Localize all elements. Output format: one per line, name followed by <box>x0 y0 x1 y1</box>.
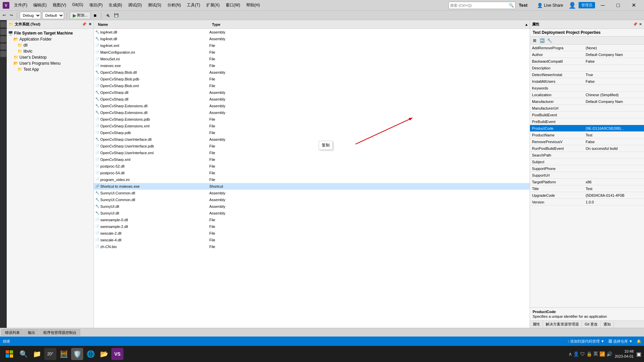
file-row[interactable]: 📄OpenCvSharp.Blob.pdbFile <box>94 76 530 82</box>
props-footer-tab-0[interactable]: 属性 <box>530 321 543 328</box>
property-row[interactable]: AuthorDefault Company Nam <box>530 51 644 58</box>
sidebar-icon-5[interactable] <box>0 51 6 57</box>
sidebar-icon-2[interactable] <box>0 29 6 35</box>
file-row[interactable]: 🔗Shortcut to msiexec.exeShortcut <box>94 183 530 190</box>
property-row[interactable]: DetectNewerInstalTrue <box>530 71 644 78</box>
platform-select[interactable]: Default <box>42 12 64 19</box>
start-button[interactable] <box>3 347 16 361</box>
property-row[interactable]: ManufacturerDefault Company Nam <box>530 98 644 105</box>
stop-button[interactable]: ⏹ <box>92 13 98 18</box>
property-row[interactable]: TitleTest <box>530 185 644 192</box>
property-row[interactable]: RemovePreviousVFalse <box>530 138 644 145</box>
tray-vpn[interactable]: 🔒 <box>586 351 592 357</box>
property-row[interactable]: ProductNameTest <box>530 132 644 138</box>
file-row[interactable]: 🔧OpenCvSharp.UserInterface.dllAssembly <box>94 136 530 143</box>
repo-select-btn[interactable]: ☰ 选择仓库 ▼ <box>608 339 633 344</box>
tree-node-desktop[interactable]: 📁 User's Desktop <box>12 54 94 60</box>
search-input[interactable] <box>450 3 509 7</box>
admin-button[interactable]: 管理员 <box>579 2 595 8</box>
taskbar-files[interactable]: 📁 <box>31 348 43 360</box>
menu-item-5[interactable]: 生成(B) <box>106 2 125 9</box>
property-row[interactable]: SupportUrl <box>530 172 644 179</box>
file-row[interactable]: 🔧OpenCvSharp.Blob.dllAssembly <box>94 69 530 76</box>
menu-item-2[interactable]: 视图(V) <box>50 2 69 9</box>
sidebar-icon-4[interactable] <box>0 44 6 50</box>
property-row[interactable]: TargetPlatformx86 <box>530 179 644 185</box>
props-footer-tab-1[interactable]: 解决方案资源管理器 <box>543 321 582 328</box>
property-row[interactable]: LocalizationChinese (Simplified) <box>530 92 644 98</box>
tray-shield[interactable]: 🛡 <box>580 351 585 357</box>
property-row[interactable]: SupportPhone <box>530 165 644 172</box>
property-row[interactable]: UpgradeCode{5D834C8A-0141-4F0B <box>530 192 644 199</box>
file-row[interactable]: 📄program_video.iniFile <box>94 176 530 183</box>
file-row[interactable]: 🔧SunnyUI.dllAssembly <box>94 203 530 210</box>
props-tb-sort[interactable]: 🔤 <box>539 37 545 44</box>
property-row[interactable]: InstallAllUsersFalse <box>530 78 644 85</box>
property-row[interactable]: BackwardCompatilFalse <box>530 58 644 65</box>
props-tb-grid[interactable]: ⊞ <box>531 37 538 44</box>
filelist-scroll-up[interactable]: ▲ <box>525 22 528 26</box>
file-row[interactable]: 📄swscale-2.dllFile <box>94 230 530 237</box>
menu-item-4[interactable]: 项目(P) <box>87 2 105 9</box>
tree-node-appfolder[interactable]: 📂 Application Folder <box>12 36 94 42</box>
menu-item-10[interactable]: 扩展(X) <box>204 2 222 9</box>
file-row[interactable]: 📄MainConfiguration.iniFile <box>94 49 530 56</box>
file-row[interactable]: 🔧log4net.dllAssembly <box>94 36 530 42</box>
tree-node-testapp[interactable]: 📁 Test App <box>16 66 94 72</box>
property-row[interactable]: Keywords <box>530 85 644 92</box>
attach-button[interactable]: ▶ 附加... <box>70 12 91 19</box>
property-row[interactable]: Version1.0.0 <box>530 199 644 205</box>
ext-button[interactable]: 🔌 <box>104 12 111 18</box>
menu-item-12[interactable]: 帮助(H) <box>244 2 263 9</box>
file-row[interactable]: 🔧OpenCvSharp.dllAssembly <box>94 96 530 103</box>
props-close-icon[interactable]: ✕ <box>639 22 642 26</box>
taskbar-vs[interactable]: VS <box>111 348 123 360</box>
menu-item-8[interactable]: 分析(N) <box>165 2 184 9</box>
taskbar-calc[interactable]: 🧮 <box>58 348 70 360</box>
file-row[interactable]: 🔧SunnyUI.dllAssembly <box>94 210 530 217</box>
file-row[interactable]: 🔧log4net.dllAssembly <box>94 29 530 36</box>
taskbar-clock[interactable]: 10:48 2023-04-01 <box>615 349 634 359</box>
taskbar-temp[interactable]: 20° <box>44 348 56 360</box>
fs-pin-icon[interactable]: 📌 <box>82 22 87 26</box>
file-row[interactable]: 📄log4net.xmlFile <box>94 42 530 49</box>
file-row[interactable]: 📄OpenCvSharp.pdbFile <box>94 129 530 136</box>
file-row[interactable]: 🔧SunnyUI.Common.dllAssembly <box>94 196 530 203</box>
props-footer-tab-2[interactable]: Git 更改 <box>582 321 601 328</box>
props-pin-icon[interactable]: 📌 <box>633 22 638 26</box>
property-row[interactable]: ManufacturerUrl <box>530 105 644 112</box>
menu-item-11[interactable]: 窗口(W) <box>223 2 243 9</box>
tree-node-libvlc[interactable]: 📁 libvlc <box>16 48 94 54</box>
file-row[interactable]: 📄OpenCvSharp.UserInterface.xmlFile <box>94 149 530 156</box>
tray-sound[interactable]: 🔊 <box>606 351 612 357</box>
file-row[interactable]: 📄OpenCvSharp.Blob.xmlFile <box>94 82 530 89</box>
maximize-button[interactable]: □ <box>610 0 626 11</box>
tray-wifi[interactable]: 📶 <box>599 351 605 357</box>
tree-root[interactable]: 🖥️ File System on Target Machine <box>7 30 94 36</box>
menu-item-1[interactable]: 编辑(E) <box>31 2 49 9</box>
property-row[interactable]: PreBuildEvent <box>530 118 644 125</box>
file-row[interactable]: 📄OpenCvSharp.UserInterface.pdbFile <box>94 143 530 149</box>
property-row[interactable]: AddRemoveProgra(None) <box>530 45 644 51</box>
menu-item-3[interactable]: Git(G) <box>69 2 86 9</box>
taskbar-chrome[interactable]: 🌐 <box>85 348 97 360</box>
taskbar-shield[interactable]: 🛡️ <box>71 348 83 360</box>
file-row[interactable]: 📄postproc-52.dllFile <box>94 163 530 170</box>
undo-button[interactable]: ↩ <box>1 12 7 18</box>
file-row[interactable]: 📄swresample-2.dllFile <box>94 223 530 230</box>
props-tb-wrench[interactable]: 🔧 <box>546 37 553 44</box>
tray-avatar[interactable]: 👤 <box>573 351 579 357</box>
save-all-button[interactable]: 💾 <box>113 12 120 18</box>
file-row[interactable]: 📄swscale-4.dllFile <box>94 237 530 243</box>
file-row[interactable]: 🔧OpenCvSharp.Extensions.dllAssembly <box>94 109 530 116</box>
file-row[interactable]: 📄MenuSet.iniFile <box>94 56 530 62</box>
tree-node-programs[interactable]: 📂 User's Programs Menu <box>12 60 94 66</box>
property-row[interactable]: Subject <box>530 159 644 165</box>
file-row[interactable]: 🔧OpenCvSharp.dllAssembly <box>94 89 530 96</box>
bottom-tab-2[interactable]: 程序包管理器控制台 <box>40 329 80 336</box>
minimize-button[interactable]: ─ <box>595 0 610 11</box>
notification-bell[interactable]: 🔔 <box>637 339 641 344</box>
taskbar-folder[interactable]: 📂 <box>98 348 110 360</box>
menu-item-6[interactable]: 调试(D) <box>125 2 145 9</box>
taskbar-search[interactable]: 🔍 <box>17 348 30 360</box>
